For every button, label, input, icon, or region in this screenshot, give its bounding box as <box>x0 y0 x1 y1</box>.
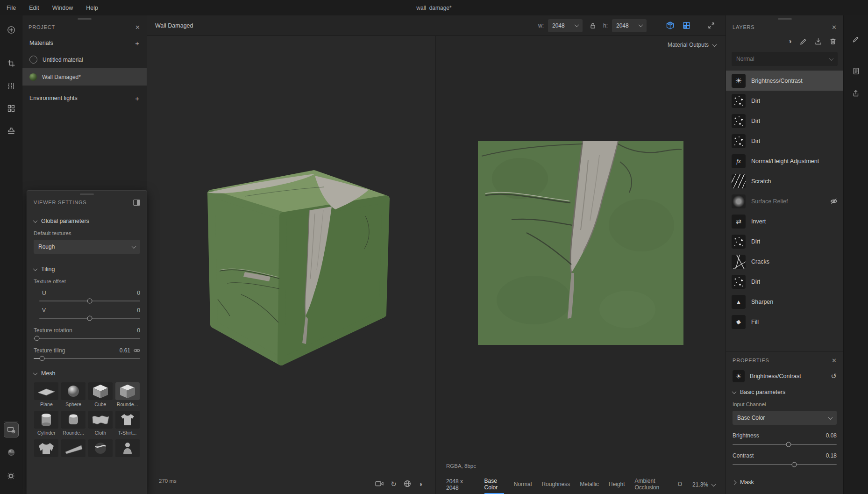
texture-tiling-slider[interactable] <box>34 358 140 359</box>
channel-tab-opacity[interactable]: O <box>678 475 682 494</box>
pencil-icon[interactable] <box>849 32 863 46</box>
layer-item-dirt[interactable]: Dirt <box>726 91 843 111</box>
panel-grip[interactable] <box>78 18 92 20</box>
panel-grip[interactable] <box>80 193 94 195</box>
layer-item-brightness-contrast[interactable]: Brightness/Contrast <box>726 71 843 91</box>
fullscreen-icon[interactable] <box>705 20 717 32</box>
panel-layout-icon[interactable] <box>133 200 140 206</box>
channel-tab-metallic[interactable]: Metallic <box>580 475 599 494</box>
layer-item-scratch[interactable]: Scratch <box>726 171 843 191</box>
mesh-item-extra-4[interactable] <box>114 439 140 457</box>
channel-tab-normal[interactable]: Normal <box>514 475 532 494</box>
channel-tab-ambient-occlusion[interactable]: Ambient Occlusion <box>635 475 668 494</box>
mesh-item-cylinder[interactable]: Cylinder <box>34 411 59 436</box>
turntable-icon[interactable]: ↻ <box>391 480 397 487</box>
layer-item-sharpen[interactable]: Sharpen <box>726 292 843 312</box>
lock-ratio-icon[interactable] <box>587 20 599 32</box>
slider-handle[interactable] <box>87 316 92 321</box>
mesh-section[interactable]: Mesh <box>34 370 140 377</box>
channel-tab-roughness[interactable]: Roughness <box>541 475 570 494</box>
project-close-icon[interactable]: ✕ <box>135 24 140 30</box>
mesh-item-extra-3[interactable] <box>88 439 114 457</box>
slider-handle[interactable] <box>786 442 791 447</box>
crop-icon[interactable] <box>4 57 18 71</box>
mesh-item-rounded-cube[interactable]: Rounde... <box>114 382 140 407</box>
global-parameters-section[interactable]: Global parameters <box>34 218 140 224</box>
link-icon[interactable] <box>134 347 140 354</box>
reset-icon[interactable]: ↺ <box>831 372 837 380</box>
menu-window[interactable]: Window <box>46 5 79 11</box>
layer-item-invert[interactable]: Invert <box>726 211 843 231</box>
assets-document-icon[interactable] <box>849 64 863 78</box>
slider-handle[interactable] <box>40 356 45 361</box>
menu-file[interactable]: File <box>0 5 22 11</box>
panel-grip[interactable] <box>778 18 792 20</box>
layer-item-fill[interactable]: Fill <box>726 312 843 332</box>
slider-handle[interactable] <box>34 336 39 341</box>
slider-handle[interactable] <box>87 299 92 304</box>
add-content-icon[interactable] <box>4 23 18 37</box>
basic-parameters-section[interactable]: Basic parameters <box>726 389 843 395</box>
viewport-2d[interactable]: Material Outputs <box>436 36 726 494</box>
mesh-item-rounded-cylinder[interactable]: Rounde... <box>61 411 86 436</box>
environment-sphere-icon[interactable] <box>4 445 18 459</box>
blend-mode-dropdown[interactable]: Normal <box>732 52 838 66</box>
properties-close-icon[interactable]: ✕ <box>832 358 837 364</box>
viewport-3d[interactable]: 270 ms ↻ ◑ <box>147 36 435 494</box>
layer-item-surface-relief[interactable]: Surface Relief <box>726 191 843 211</box>
view-2d-icon[interactable] <box>680 20 692 32</box>
channel-tab-base-color[interactable]: Base Color <box>484 475 504 494</box>
environment-globe-icon[interactable] <box>404 480 411 487</box>
render-mode-icon[interactable]: ◑ <box>418 480 422 487</box>
mesh-item-sphere[interactable]: Sphere <box>61 382 86 407</box>
texture-size-label[interactable]: 2048 x 2048 <box>446 478 474 491</box>
menu-edit[interactable]: Edit <box>22 5 46 11</box>
add-material-icon[interactable]: + <box>135 39 139 47</box>
material-item-wall-damaged[interactable]: Wall Damaged* <box>22 68 147 86</box>
slider-handle[interactable] <box>791 462 797 467</box>
layer-item-dirt[interactable]: Dirt <box>726 131 843 151</box>
atlas-grid-icon[interactable] <box>4 101 18 115</box>
material-outputs-dropdown[interactable]: Material Outputs <box>668 42 716 48</box>
visibility-off-icon[interactable] <box>830 198 838 204</box>
brightness-slider[interactable] <box>733 444 837 445</box>
mesh-item-extra-2[interactable] <box>61 439 86 457</box>
layer-item-normal-height-adjustment[interactable]: Normal/Height Adjustment <box>726 151 843 171</box>
v-slider[interactable] <box>39 318 140 319</box>
mesh-item-cloth[interactable]: Cloth <box>88 411 114 436</box>
document-tab[interactable]: Wall Damaged <box>155 22 193 29</box>
import-resource-icon[interactable] <box>815 38 822 45</box>
adjust-curves-icon[interactable] <box>4 79 18 93</box>
add-adjustment-icon[interactable]: ◑ <box>788 38 792 44</box>
stamp-icon[interactable] <box>4 124 18 138</box>
camera-icon[interactable] <box>375 480 384 487</box>
layer-item-cracks[interactable]: Cracks <box>726 251 843 272</box>
zoom-control[interactable]: 21.3% <box>692 481 715 488</box>
viewer-settings-icon[interactable] <box>4 423 18 437</box>
mesh-item-tshirt[interactable]: T-Shirt... <box>114 411 140 436</box>
share-export-icon[interactable] <box>849 86 863 100</box>
delete-layer-icon[interactable] <box>830 38 836 45</box>
mesh-item-extra-1[interactable] <box>34 439 59 457</box>
layers-close-icon[interactable]: ✕ <box>832 24 837 30</box>
mesh-item-plane[interactable]: Plane <box>34 382 59 407</box>
contrast-slider[interactable] <box>733 464 837 465</box>
height-dropdown[interactable]: 2048 <box>612 19 647 32</box>
input-channel-dropdown[interactable]: Base Color <box>733 411 837 425</box>
default-textures-dropdown[interactable]: Rough <box>34 240 140 254</box>
tiling-section[interactable]: Tiling <box>34 266 140 272</box>
mask-section[interactable]: Mask <box>733 479 837 486</box>
u-slider[interactable] <box>39 301 140 301</box>
view-3d-icon[interactable] <box>664 20 676 32</box>
mesh-item-cube[interactable]: Cube <box>88 382 114 407</box>
settings-gear-icon[interactable] <box>4 469 18 483</box>
menu-help[interactable]: Help <box>79 5 105 11</box>
width-dropdown[interactable]: 2048 <box>548 19 583 32</box>
layer-item-dirt[interactable]: Dirt <box>726 231 843 251</box>
material-item-untitled[interactable]: Untitled material <box>22 51 147 68</box>
layer-item-dirt[interactable]: Dirt <box>726 272 843 292</box>
texture-rotation-slider[interactable] <box>34 338 140 339</box>
layer-item-dirt[interactable]: Dirt <box>726 111 843 131</box>
add-environment-icon[interactable]: + <box>135 94 139 102</box>
channel-tab-height[interactable]: Height <box>609 475 625 494</box>
